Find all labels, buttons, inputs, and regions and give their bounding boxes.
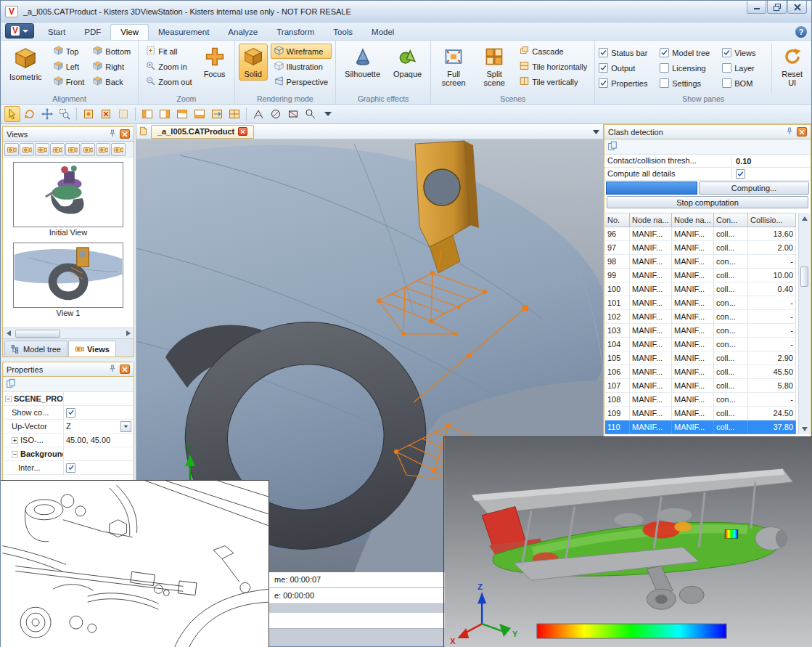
pane-flip-icon[interactable] <box>209 106 225 122</box>
next-view-icon[interactable] <box>81 143 95 156</box>
table-row[interactable]: 99MANIF...MANIF...coll...10.00 <box>605 269 800 282</box>
property-row-show-co[interactable]: Show co... <box>3 406 134 420</box>
apply-view-icon[interactable] <box>50 143 65 156</box>
table-row[interactable]: 102MANIF...MANIF...con...- <box>605 310 800 324</box>
reset-ui-button[interactable]: Reset UI <box>776 44 808 89</box>
close-document-icon[interactable] <box>238 127 247 136</box>
table-row[interactable]: 107MANIF...MANIF...coll...5.80 <box>605 379 800 393</box>
pane-top-icon[interactable] <box>174 106 190 122</box>
column-header-collisio[interactable]: Collisio... <box>748 213 796 227</box>
pane-bottom-icon[interactable] <box>192 106 208 122</box>
table-row[interactable]: 98MANIF...MANIF...con...- <box>605 255 800 269</box>
table-row[interactable]: 110MANIF...MANIF...coll...37.80 <box>605 420 800 434</box>
previous-view-icon[interactable] <box>65 143 80 156</box>
scrollbar-thumb[interactable] <box>15 330 60 338</box>
table-row[interactable]: 109MANIF...MANIF...coll...24.50 <box>605 407 800 420</box>
focus-button[interactable]: Focus <box>199 44 231 81</box>
ribbon-tab-pdf[interactable]: PDF <box>75 25 110 40</box>
view-thumbnail-1[interactable]: View 1 <box>13 243 123 319</box>
pin-icon[interactable] <box>108 364 117 375</box>
property-row-scene-properties[interactable]: SCENE_PROPERTIES <box>3 392 134 406</box>
fit-all-button[interactable]: Fit all <box>142 44 195 59</box>
rotate-icon[interactable] <box>22 106 38 122</box>
back-button[interactable]: Back <box>89 74 134 89</box>
tab-views[interactable]: Views <box>68 341 116 357</box>
checkbox-icon[interactable] <box>66 408 75 418</box>
select-icon[interactable] <box>4 106 20 122</box>
front-button[interactable]: Front <box>50 74 89 89</box>
pane-checkbox-output[interactable]: Output <box>599 61 660 75</box>
perspective-button[interactable]: Perspective <box>271 74 332 89</box>
table-row[interactable]: 106MANIF...MANIF...coll...45.50 <box>605 365 800 379</box>
more-icon[interactable] <box>320 106 336 122</box>
scrollbar-thumb[interactable] <box>800 266 808 287</box>
split-scene-button[interactable]: Split scene <box>475 44 513 89</box>
table-row[interactable]: 104MANIF...MANIF...con...- <box>605 338 800 351</box>
opaque-button[interactable]: Opaque <box>388 44 427 81</box>
close-pane-icon[interactable] <box>120 365 130 374</box>
table-row[interactable]: 101MANIF...MANIF...con...- <box>605 296 800 310</box>
measure-rectangle-icon[interactable] <box>285 106 301 122</box>
close-pane-icon[interactable] <box>120 129 130 139</box>
new-view-icon[interactable] <box>4 143 19 156</box>
zoom-in-button[interactable]: Zoom in <box>142 59 195 74</box>
table-row[interactable]: 103MANIF...MANIF...con...- <box>605 324 800 338</box>
view-thumbnail-initial[interactable]: Initial View <box>13 162 123 238</box>
full-screen-button[interactable]: Full screen <box>435 44 472 89</box>
application-menu-button[interactable]: V <box>5 23 34 38</box>
table-row[interactable]: 97MANIF...MANIF...coll...2.00 <box>605 241 800 255</box>
table-row[interactable]: 108MANIF...MANIF...con...- <box>605 393 800 407</box>
help-button[interactable]: ? <box>795 26 807 38</box>
column-header-node-na[interactable]: Node na... <box>630 213 672 227</box>
illustration-overlay-window[interactable] <box>1 480 269 647</box>
ribbon-tab-model[interactable]: Model <box>362 25 403 40</box>
tile-vertically-button[interactable]: Tile vertically <box>516 74 591 89</box>
minimize-button[interactable] <box>747 1 766 14</box>
view-settings-icon[interactable] <box>111 143 126 156</box>
maximize-button[interactable] <box>767 1 787 14</box>
stop-computation-button[interactable]: Stop computation <box>607 196 808 208</box>
pane-checkbox-settings[interactable]: Settings <box>660 76 722 90</box>
pane-grid-icon[interactable] <box>226 106 242 122</box>
illustration-button[interactable]: Illustration <box>271 59 332 74</box>
property-value[interactable] <box>64 461 134 474</box>
pane-left-icon[interactable] <box>139 106 155 122</box>
scroll-up-icon[interactable] <box>799 213 810 224</box>
pan-icon[interactable] <box>39 106 55 122</box>
horizontal-scrollbar[interactable] <box>3 327 134 338</box>
pane-right-icon[interactable] <box>157 106 173 122</box>
pane-checkbox-bom[interactable]: BOM <box>722 76 766 90</box>
computing-button[interactable]: Computing... <box>699 182 809 195</box>
pane-checkbox-views[interactable]: Views <box>722 46 766 60</box>
hide-icon[interactable] <box>98 106 114 122</box>
scroll-left-icon[interactable] <box>3 328 14 338</box>
pane-checkbox-licensing[interactable]: Licensing <box>660 61 722 75</box>
ribbon-tab-measurement[interactable]: Measurement <box>149 25 218 40</box>
column-header-con[interactable]: Con... <box>714 213 748 227</box>
cascade-button[interactable]: Cascade <box>516 44 591 59</box>
pin-icon[interactable] <box>785 126 794 137</box>
close-pane-icon[interactable] <box>797 127 807 137</box>
property-value[interactable]: Z <box>64 420 134 433</box>
copy-icon[interactable] <box>6 378 16 390</box>
delete-view-icon[interactable] <box>35 143 49 156</box>
tile-horizontally-button[interactable]: Tile horizontally <box>516 59 591 74</box>
expander-minus-icon[interactable] <box>5 396 12 402</box>
property-row-inter[interactable]: Inter... <box>3 461 134 475</box>
checkbox-icon[interactable] <box>66 463 75 473</box>
column-header-node-na[interactable]: Node na... <box>672 213 714 227</box>
measure-angle-icon[interactable] <box>250 106 266 122</box>
ribbon-tab-view[interactable]: View <box>110 24 149 40</box>
update-view-icon[interactable] <box>20 143 34 156</box>
threshold-value[interactable]: 0.10 <box>732 155 811 167</box>
column-header-no[interactable]: No. <box>605 213 630 227</box>
pin-icon[interactable] <box>108 129 117 139</box>
pane-checkbox-model-tree[interactable]: Model tree <box>660 46 722 60</box>
document-tab[interactable]: _a_l005.CATProduct <box>151 125 254 139</box>
tab-model-tree[interactable]: Model tree <box>4 341 67 357</box>
copy-icon[interactable] <box>607 141 618 152</box>
close-button[interactable] <box>787 1 807 14</box>
ribbon-tab-transform[interactable]: Transform <box>267 25 324 40</box>
left-button[interactable]: Left <box>50 59 89 74</box>
table-row[interactable]: 100MANIF...MANIF...coll...0.40 <box>605 282 800 296</box>
